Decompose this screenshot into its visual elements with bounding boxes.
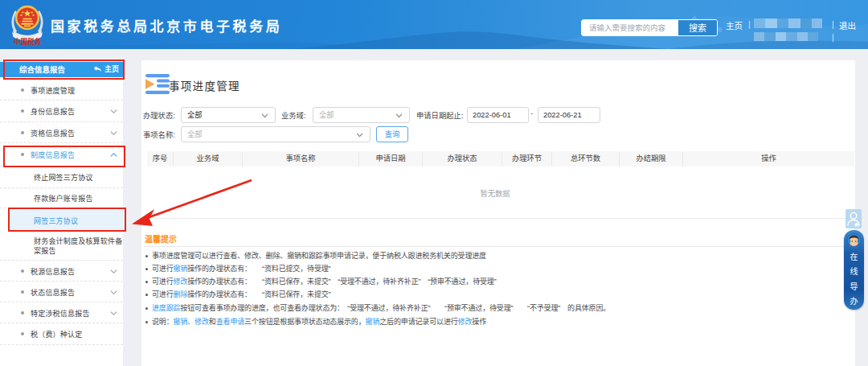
svg-text:中国税务: 中国税务 bbox=[14, 37, 41, 46]
